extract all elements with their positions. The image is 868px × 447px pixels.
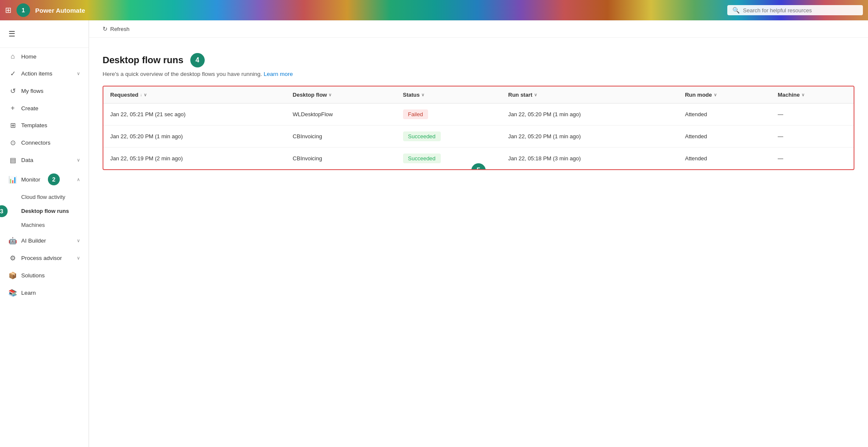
chevron-down-icon: ∨	[77, 157, 80, 163]
sidebar-item-label: Action items	[21, 70, 53, 77]
chevron-down-icon: ∨	[328, 92, 331, 97]
chevron-down-icon: ∨	[77, 238, 80, 243]
table-row[interactable]: Jan 22, 05:20 PM (1 min ago) CBInvoicing…	[103, 126, 854, 148]
sidebar-item-my-flows[interactable]: ↺ My flows	[2, 83, 87, 99]
sidebar-sub-item-desktop-flow-runs[interactable]: 3 Desktop flow runs	[2, 204, 87, 218]
step-badge-4: 4	[190, 53, 205, 67]
action-items-icon: ✓	[8, 70, 17, 78]
sidebar-item-label: Process advisor	[21, 255, 62, 261]
sidebar-sub-item-label: Cloud flow activity	[21, 194, 65, 200]
sidebar-item-process-advisor[interactable]: ⚙ Process advisor ∨	[2, 250, 87, 266]
sidebar-item-home[interactable]: ⌂ Home	[2, 48, 87, 64]
sidebar-item-label: Home	[21, 53, 36, 60]
sidebar-item-label: Templates	[21, 122, 47, 129]
sidebar-sub-item-label: Machines	[21, 222, 45, 228]
cell-status: Succeeded	[396, 148, 501, 170]
create-icon: +	[8, 104, 17, 112]
sidebar-item-templates[interactable]: ⊞ Templates	[2, 117, 87, 134]
sidebar-sub-item-label: Desktop flow runs	[21, 208, 69, 214]
cell-run-mode: Attended	[678, 126, 771, 148]
chevron-down-icon: ∧	[77, 177, 80, 182]
col-header-desktop-flow[interactable]: Desktop flow ∨	[286, 87, 396, 103]
ai-builder-icon: 🤖	[8, 237, 17, 245]
sidebar-item-label: Monitor	[21, 176, 40, 183]
process-advisor-icon: ⚙	[8, 254, 17, 262]
sidebar-item-monitor[interactable]: 📊 Monitor 2 ∧	[2, 169, 87, 190]
sidebar-item-label: My flows	[21, 88, 44, 94]
chevron-down-icon: ∨	[801, 92, 804, 97]
step-badge-2: 2	[48, 173, 60, 185]
cell-run-start: Jan 22, 05:20 PM (1 min ago)	[501, 126, 678, 148]
col-header-run-mode[interactable]: Run mode ∨	[678, 87, 771, 103]
layout: ☰ ⌂ Home ✓ Action items ∨ ↺ My flows + C…	[0, 20, 868, 447]
sidebar-item-create[interactable]: + Create	[2, 100, 87, 116]
main-content: ↻ Refresh Desktop flow runs 4 Here's a q…	[89, 20, 868, 447]
sidebar-item-label: Learn	[21, 290, 36, 296]
cell-desktop-flow: WLDesktopFlow	[286, 103, 396, 126]
chevron-down-icon: ∨	[714, 92, 717, 97]
cell-requested: Jan 22, 05:21 PM (21 sec ago)	[103, 103, 286, 126]
col-header-machine[interactable]: Machine ∨	[771, 87, 854, 103]
cell-requested: Jan 22, 05:19 PM (2 min ago)	[103, 148, 286, 170]
solutions-icon: 📦	[8, 271, 17, 279]
subtitle: Here's a quick overview of the desktop f…	[103, 71, 854, 77]
refresh-button[interactable]: ↻ Refresh	[89, 20, 868, 38]
sidebar-item-label: Solutions	[21, 272, 45, 279]
sidebar-item-data[interactable]: ▤ Data ∨	[2, 152, 87, 168]
my-flows-icon: ↺	[8, 87, 17, 95]
cell-machine: —	[771, 148, 854, 170]
learn-icon: 📚	[8, 289, 17, 297]
cell-run-start: Jan 22, 05:18 PM (3 min ago)	[501, 148, 678, 170]
status-badge: Failed	[403, 109, 428, 119]
page-title: Desktop flow runs	[103, 55, 184, 66]
cell-requested: Jan 22, 05:20 PM (1 min ago)	[103, 126, 286, 148]
waffle-icon[interactable]: ⊞	[5, 6, 11, 15]
cell-desktop-flow: CBInvoicing	[286, 126, 396, 148]
search-icon: 🔍	[732, 7, 740, 14]
home-icon: ⌂	[8, 53, 17, 60]
cell-status: Failed	[396, 103, 501, 126]
sidebar: ☰ ⌂ Home ✓ Action items ∨ ↺ My flows + C…	[0, 20, 89, 447]
cell-machine: —	[771, 103, 854, 126]
table-container: Requested ↓ ∨ Desktop flow ∨	[103, 86, 854, 170]
sidebar-item-action-items[interactable]: ✓ Action items ∨	[2, 65, 87, 82]
sidebar-item-label: AI Builder	[21, 237, 46, 244]
col-header-run-start[interactable]: Run start ∨	[501, 87, 678, 103]
cell-machine: —	[771, 126, 854, 148]
col-header-requested[interactable]: Requested ↓ ∨	[103, 87, 286, 103]
chevron-down-icon: ∨	[421, 92, 424, 97]
sidebar-item-connectors[interactable]: ⊙ Connectors	[2, 134, 87, 151]
chevron-down-icon: ∨	[534, 92, 537, 97]
main-inner: Desktop flow runs 4 Here's a quick overv…	[89, 38, 868, 184]
data-icon: ▤	[8, 156, 17, 164]
search-input[interactable]	[743, 7, 858, 14]
cell-status: Succeeded	[396, 126, 501, 148]
brand-name: Power Automate	[35, 7, 85, 14]
refresh-icon: ↻	[103, 25, 108, 32]
chevron-down-icon: ∨	[77, 255, 80, 261]
cell-run-start: Jan 22, 05:20 PM (1 min ago)	[501, 103, 678, 126]
sidebar-sub-item-machines[interactable]: Machines	[2, 218, 87, 232]
cell-desktop-flow: CBInvoicing	[286, 148, 396, 170]
hamburger-button[interactable]: ☰	[3, 25, 20, 42]
refresh-label: Refresh	[110, 26, 130, 32]
topbar: ⊞ 1 Power Automate 🔍	[0, 0, 868, 20]
col-header-status[interactable]: Status ∨	[396, 87, 501, 103]
learn-more-link[interactable]: Learn more	[264, 71, 293, 77]
status-badge: Succeeded	[403, 131, 441, 141]
sort-desc-icon: ↓	[140, 92, 142, 97]
sidebar-item-learn[interactable]: 📚 Learn	[2, 285, 87, 301]
chevron-down-icon: ∨	[144, 92, 147, 97]
sidebar-item-ai-builder[interactable]: 🤖 AI Builder ∨	[2, 232, 87, 249]
status-badge: Succeeded	[403, 154, 441, 163]
monitor-icon: 📊	[8, 176, 17, 184]
table-row[interactable]: Jan 22, 05:21 PM (21 sec ago) WLDesktopF…	[103, 103, 854, 126]
sidebar-item-label: Connectors	[21, 140, 50, 146]
page-title-row: Desktop flow runs 4	[103, 53, 854, 67]
sidebar-sub-item-cloud-flow-activity[interactable]: Cloud flow activity	[2, 190, 87, 204]
cell-run-mode: Attended	[678, 148, 771, 170]
connectors-icon: ⊙	[8, 139, 17, 147]
sidebar-item-solutions[interactable]: 📦 Solutions	[2, 267, 87, 284]
sidebar-item-label: Data	[21, 157, 33, 163]
search-bar[interactable]: 🔍	[727, 5, 863, 15]
